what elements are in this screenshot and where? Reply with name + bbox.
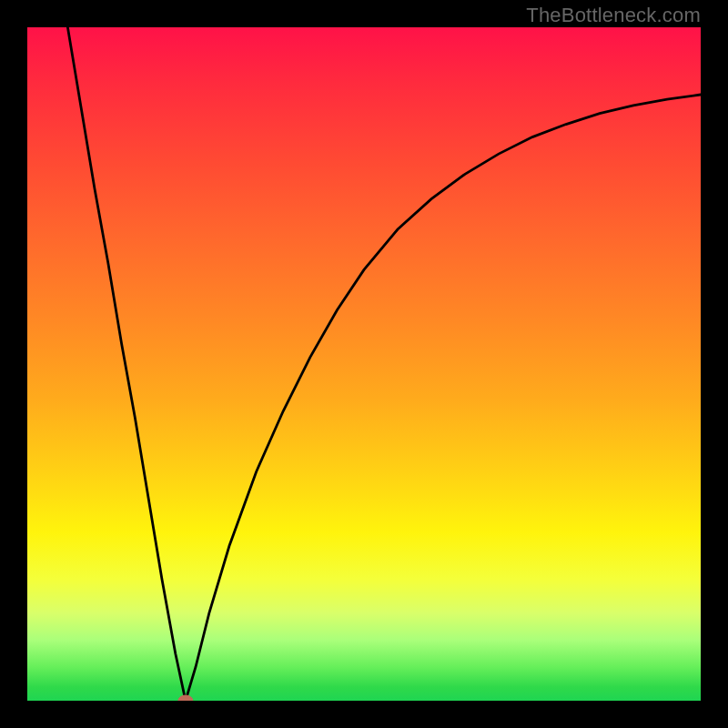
curve-svg (27, 27, 701, 701)
bottleneck-curve (67, 27, 701, 701)
minimum-marker-dot (178, 695, 193, 701)
chart-container: TheBottleneck.com (0, 0, 728, 728)
plot-area (27, 27, 701, 701)
watermark-text: TheBottleneck.com (526, 4, 701, 27)
